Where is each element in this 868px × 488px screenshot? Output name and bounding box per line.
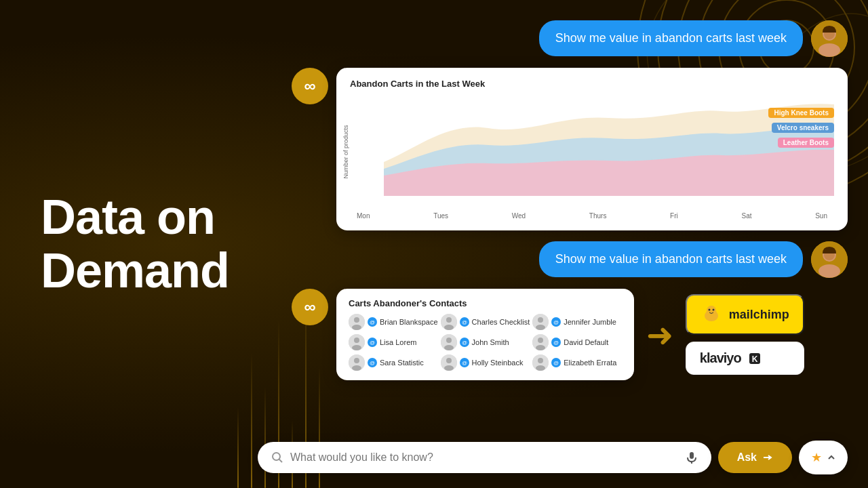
svg-text:@: @ <box>370 319 375 325</box>
search-bar-row: Ask ★ <box>258 441 848 474</box>
search-input[interactable] <box>290 451 679 464</box>
contact-avatar-john <box>441 334 457 350</box>
svg-text:@: @ <box>553 340 559 346</box>
infinity-symbol-2: ∞ <box>304 298 315 317</box>
contact-avatar-elizabeth <box>532 354 549 371</box>
chevron-up-icon <box>827 453 835 462</box>
svg-text:@: @ <box>462 360 467 366</box>
contact-avatar-sara <box>349 354 365 371</box>
mailchimp-button[interactable]: mailchimp <box>686 294 804 335</box>
svg-point-21 <box>446 317 452 323</box>
user-avatar-2 <box>811 241 848 278</box>
klaviyo-button[interactable]: klaviyo K <box>686 342 804 375</box>
contact-sara: @ Sara Statistic <box>349 354 438 371</box>
contact-lisa: @ Lisa Lorem <box>349 334 438 350</box>
contact-brian: @ Brian Blankspace <box>349 314 438 330</box>
chart-x-labels: Mon Tues Wed Thurs Fri Sat Sun <box>350 212 834 220</box>
user-avatar-1 <box>811 20 848 57</box>
svg-text:@: @ <box>553 319 559 325</box>
svg-point-17 <box>352 325 361 330</box>
contact-link-jennifer: @ <box>551 317 561 327</box>
microphone-icon[interactable] <box>686 451 698 464</box>
ask-label: Ask <box>737 451 757 464</box>
chart-response-row: ∞ Abandon Carts in the Last Week Number … <box>292 68 848 230</box>
svg-point-37 <box>444 345 454 350</box>
contact-name-jennifer: Jennifer Jumble <box>564 318 616 326</box>
star-button[interactable]: ★ <box>799 441 848 474</box>
contact-jennifer: @ Jennifer Jumble <box>532 314 622 330</box>
svg-point-27 <box>536 325 545 330</box>
x-label-thurs: Thurs <box>589 212 607 220</box>
svg-point-57 <box>536 365 545 371</box>
svg-point-42 <box>536 345 545 350</box>
legend-high-knee-boots: High Knee Boots <box>768 108 834 118</box>
bot-icon-1: ∞ <box>292 68 328 104</box>
contact-link-elizabeth: @ <box>551 358 561 367</box>
svg-point-9 <box>818 43 840 57</box>
svg-point-52 <box>444 365 454 371</box>
svg-point-46 <box>354 358 359 363</box>
hero-title: Data on Demand <box>41 190 285 298</box>
chart-title: Abandon Carts in the Last Week <box>350 79 834 89</box>
svg-rect-70 <box>690 452 694 459</box>
x-label-tues: Tues <box>433 212 448 220</box>
svg-text:K: K <box>751 354 757 364</box>
ask-button[interactable]: Ask <box>718 442 792 473</box>
chat-bubble-2: Show me value in abandon carts last week <box>539 241 803 277</box>
contact-link-david: @ <box>551 338 561 347</box>
contact-name-brian: Brian Blankspace <box>380 318 438 326</box>
svg-point-16 <box>354 317 359 323</box>
contact-avatar-lisa <box>349 334 365 350</box>
contact-name-elizabeth: Elizabeth Errata <box>564 359 616 367</box>
x-label-wed: Wed <box>512 212 526 220</box>
contact-avatar-brian <box>349 314 365 330</box>
svg-text:@: @ <box>553 360 559 366</box>
contacts-response-row: ∞ Carts Abandoner's Contacts @ Bria <box>292 289 848 380</box>
svg-point-62 <box>708 309 710 311</box>
mailchimp-label: mailchimp <box>729 308 789 322</box>
contacts-grid: @ Brian Blankspace @ Charles Checklis <box>349 314 622 371</box>
chart-area: Number of products High Knee Boots Velcr… <box>350 94 834 209</box>
contact-link-holly: @ <box>460 358 469 367</box>
contacts-row-area: Carts Abandoner's Contacts @ Brian Blank… <box>336 289 804 380</box>
svg-point-68 <box>273 453 280 460</box>
svg-point-63 <box>712 309 714 311</box>
contact-holly: @ Holly Steinback <box>441 354 530 371</box>
x-label-sun: Sun <box>815 212 827 220</box>
contact-link-john: @ <box>460 338 469 347</box>
search-bar <box>258 442 711 473</box>
legend-leather-boots: Leather Boots <box>778 138 834 148</box>
contact-avatar-charles <box>441 314 457 330</box>
svg-text:@: @ <box>462 340 467 346</box>
contact-name-sara: Sara Statistic <box>380 359 424 367</box>
contacts-card: Carts Abandoner's Contacts @ Brian Blank… <box>336 289 634 380</box>
svg-point-13 <box>818 264 840 278</box>
left-panel: Data on Demand <box>0 0 285 488</box>
contact-name-lisa: Lisa Lorem <box>380 338 416 346</box>
svg-text:@: @ <box>462 319 467 325</box>
contact-name-david: David Default <box>564 338 608 346</box>
contact-link-charles: @ <box>460 317 469 327</box>
chat-bubble-1: Show me value in abandon carts last week <box>539 20 803 56</box>
svg-point-36 <box>446 338 452 343</box>
export-arrow-icon: ➜ <box>646 316 673 354</box>
mailchimp-icon <box>701 304 722 325</box>
x-label-fri: Fri <box>670 212 678 220</box>
svg-point-64 <box>706 311 709 315</box>
contact-david: @ David Default <box>532 334 622 350</box>
contact-link-sara: @ <box>368 358 377 367</box>
contact-avatar-david <box>532 334 549 350</box>
chat-row-1: Show me value in abandon carts last week <box>292 20 848 57</box>
svg-point-26 <box>538 317 543 323</box>
contacts-card-title: Carts Abandoner's Contacts <box>349 298 622 308</box>
legend-velcro-sneakers: Velcro sneakers <box>772 123 834 133</box>
svg-point-41 <box>538 338 543 343</box>
contact-avatar-holly <box>441 354 457 371</box>
contact-avatar-jennifer <box>532 314 549 330</box>
svg-point-22 <box>444 325 454 330</box>
x-label-sat: Sat <box>741 212 751 220</box>
contact-name-holly: Holly Steinback <box>472 359 524 367</box>
contact-link-lisa: @ <box>368 338 377 347</box>
integrations-panel: mailchimp klaviyo K <box>686 294 804 375</box>
svg-point-32 <box>352 345 361 350</box>
